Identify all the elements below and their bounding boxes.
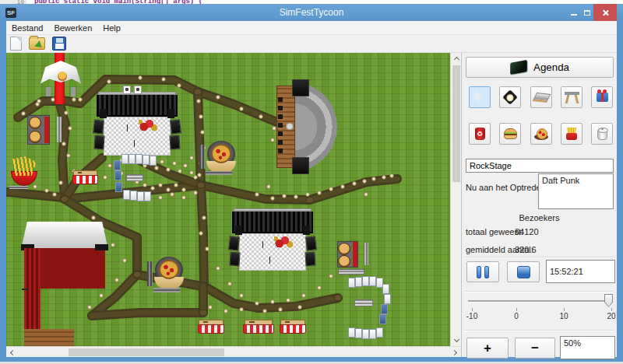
map-vertical-scrollbar[interactable] [450, 53, 461, 346]
menu-item-bestand[interactable]: Bestand [12, 23, 43, 33]
pizza-stand[interactable] [147, 257, 188, 292]
stage[interactable] [229, 208, 316, 272]
toilet-cabin [128, 154, 136, 164]
close-icon [602, 9, 609, 16]
bench [199, 145, 205, 169]
new-file-icon[interactable] [10, 37, 22, 51]
tool-scaffold-button[interactable] [561, 86, 583, 108]
round-stage[interactable] [276, 79, 339, 174]
scroll-up-button[interactable] [451, 53, 462, 64]
stage-name-input[interactable] [466, 159, 614, 173]
slider-tick-label: -10 [460, 312, 484, 320]
tool-spotlight-button[interactable] [499, 86, 521, 108]
pizza [211, 144, 231, 163]
striped-awning [243, 324, 274, 334]
barn-stage[interactable] [21, 222, 108, 289]
tool-ramp-button[interactable] [530, 86, 552, 108]
speed-slider-track[interactable] [468, 300, 613, 302]
toilet-cabin [382, 284, 389, 294]
close-button[interactable] [593, 4, 617, 21]
slider-tick [611, 308, 612, 311]
toilet-cabin [348, 278, 355, 288]
minimize-button[interactable] [567, 4, 580, 21]
toilet-cabin [123, 190, 130, 200]
stage-floor [104, 117, 171, 156]
fries-stand[interactable] [9, 156, 45, 189]
flag[interactable] [134, 86, 142, 94]
toilet-cabin [130, 191, 137, 201]
maximize-button[interactable] [580, 4, 593, 21]
pizza-stand[interactable] [199, 141, 240, 175]
window-title: SimFestTycoon [0, 7, 623, 18]
tool-pizza-button[interactable] [530, 123, 552, 145]
stage-floor [239, 233, 306, 271]
ramp-icon [532, 93, 551, 103]
stall[interactable] [280, 320, 306, 334]
burger-stand[interactable] [336, 241, 368, 268]
chevron-left-icon [10, 349, 16, 355]
slider-tick-label: 10 [552, 312, 575, 320]
map-items-layer [6, 53, 450, 346]
red-curtain [24, 289, 40, 329]
red-curtain [24, 248, 40, 289]
mic-stand [262, 241, 264, 248]
slider-tick-label: 20 [600, 312, 623, 320]
tool-trash-bin-button[interactable]: ♻ [469, 123, 491, 145]
fries-icon [566, 128, 577, 140]
striped-awning [72, 175, 98, 184]
tool-select-cursor-button[interactable] [469, 86, 491, 108]
menubar: BestandBewerkenHelp [6, 21, 617, 35]
horizontal-scroll-thumb[interactable] [69, 348, 224, 356]
spotlight-icon [502, 89, 518, 105]
speed-slider-thumb[interactable] [604, 294, 613, 307]
toilets-right[interactable] [347, 276, 396, 340]
stall[interactable] [72, 170, 98, 184]
scroll-left-button[interactable] [6, 347, 17, 358]
separator [465, 291, 614, 292]
tool-gift-button[interactable] [591, 86, 613, 108]
titlebar[interactable]: SF SimFestTycoon [0, 4, 623, 21]
tent[interactable] [40, 61, 81, 96]
agenda-button[interactable]: Agenda [466, 57, 614, 78]
slider-tick [516, 308, 517, 311]
gift-icon [597, 93, 608, 102]
toilet-cabin [137, 191, 144, 201]
speaker-stack [292, 157, 309, 174]
zoom-in-button[interactable]: + [466, 338, 509, 359]
tool-fries-button[interactable] [561, 123, 583, 145]
toilet-cabin [348, 327, 355, 338]
open-file-icon[interactable] [29, 37, 45, 50]
striped-awning [280, 324, 306, 334]
bench [147, 261, 153, 286]
bench[interactable] [338, 269, 364, 275]
scroll-down-button[interactable] [451, 335, 462, 346]
save-file-icon[interactable] [52, 37, 66, 51]
stop-button[interactable] [507, 261, 540, 282]
flag[interactable] [123, 86, 131, 94]
tool-burger-button[interactable] [499, 123, 521, 145]
burger-stand[interactable] [26, 115, 62, 145]
stall[interactable] [243, 320, 274, 334]
mic-stand [127, 124, 128, 131]
scroll-right-button[interactable] [450, 347, 461, 358]
stage[interactable] [93, 92, 181, 157]
clock-display: 15:52:21 [546, 260, 615, 283]
menu-item-bewerken[interactable]: Bewerken [54, 23, 92, 33]
speaker-stack [169, 135, 180, 150]
pause-button[interactable] [466, 261, 499, 282]
map-horizontal-scrollbar[interactable] [6, 346, 461, 357]
tool-toilet-paper-button[interactable] [591, 123, 613, 145]
zoom-out-button[interactable]: − [515, 338, 555, 359]
menu-item-help[interactable]: Help [103, 23, 121, 33]
drum-kit [274, 235, 293, 249]
stall[interactable] [198, 320, 224, 334]
festival-map[interactable] [6, 53, 450, 346]
pizza [159, 260, 179, 279]
stage-equipment [278, 96, 283, 153]
toilet-cabin [376, 327, 383, 338]
striped-awning [198, 324, 224, 334]
scaffold-icon [565, 92, 579, 103]
toilets-left[interactable] [114, 154, 156, 202]
vertical-scroll-thumb[interactable] [452, 65, 460, 182]
control-panel: Agenda ♻ Nu aan het Optreden: Daft Punk … [461, 53, 617, 357]
